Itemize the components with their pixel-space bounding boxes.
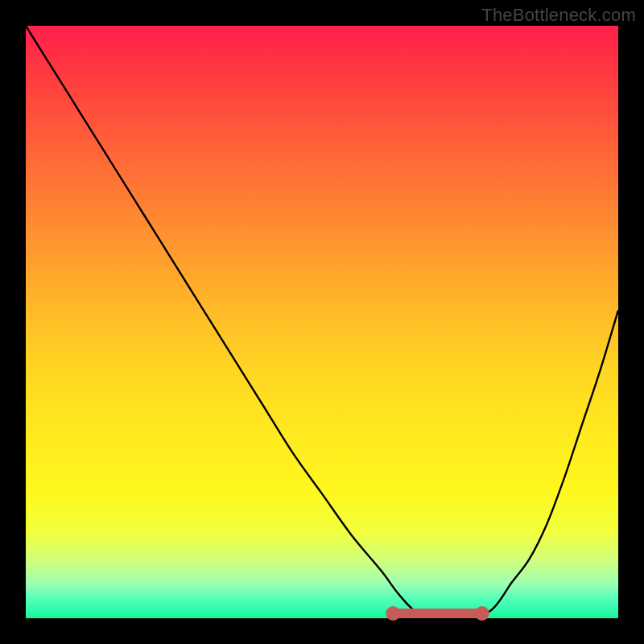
watermark: TheBottleneck.com <box>481 5 636 26</box>
svg-point-2 <box>475 606 489 621</box>
curve-layer <box>26 26 618 618</box>
svg-point-1 <box>386 606 400 621</box>
bottleneck-curve <box>26 26 618 619</box>
chart-frame: TheBottleneck.com <box>0 0 644 644</box>
plot-area <box>26 26 618 618</box>
